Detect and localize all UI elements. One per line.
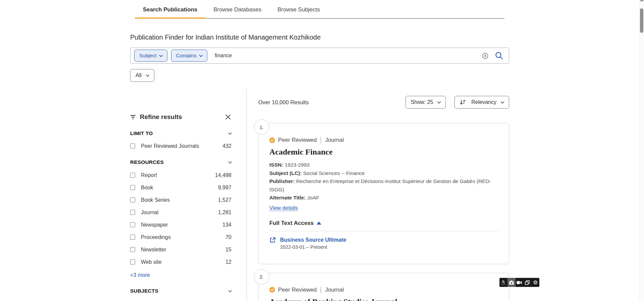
refine-results-header: Refine results — [130, 113, 231, 121]
filter-report[interactable]: Report 14,488 — [130, 172, 231, 179]
filter-label: Newsletter — [141, 247, 225, 253]
access-database-link[interactable]: Business Source Ultimate — [280, 237, 346, 243]
checkbox[interactable] — [130, 185, 135, 190]
close-icon[interactable] — [225, 114, 231, 120]
field-label: Subject (LC): — [269, 170, 302, 176]
result-number-badge: 2. — [254, 269, 269, 285]
tab-search-publications[interactable]: Search Publications — [135, 3, 206, 19]
filter-count: 432 — [222, 143, 231, 149]
filter-book-series[interactable]: Book Series 1,527 — [130, 196, 231, 203]
scope-row: All — [130, 69, 509, 82]
access-coverage-dates: 2022-03-01 – Present — [280, 244, 346, 250]
refine-results-sidebar: Refine results LIMIT TO Peer Reviewed Jo… — [130, 89, 231, 301]
sort-dropdown[interactable]: Relevancy — [454, 96, 509, 109]
filter-journal[interactable]: Journal 1,281 — [130, 209, 231, 216]
show-more-resources-link[interactable]: +3 more — [130, 272, 150, 278]
filter-newspaper[interactable]: Newspaper 134 — [130, 221, 231, 228]
section-subjects[interactable]: SUBJECTS — [130, 288, 231, 294]
show-per-page-label: Show: 25 — [411, 99, 433, 105]
filter-peer-reviewed-journals[interactable]: Peer Reviewed Journals 432 — [130, 142, 231, 149]
filter-count: 1,281 — [218, 209, 231, 216]
sort-descending-icon — [460, 99, 466, 105]
checkbox[interactable] — [130, 143, 135, 148]
column-divider — [247, 89, 247, 301]
search-input[interactable] — [211, 53, 482, 59]
checkbox[interactable] — [130, 222, 135, 227]
scrollbar-up-arrow[interactable] — [640, 0, 643, 1]
view-details-link[interactable]: View details — [269, 205, 298, 211]
filter-label: Journal — [141, 209, 218, 216]
checkbox[interactable] — [130, 259, 135, 264]
chevron-down-icon — [228, 160, 232, 164]
result-title[interactable]: Academy of Banking Studies Journal — [269, 297, 498, 301]
checkbox[interactable] — [130, 235, 135, 240]
result-title[interactable]: Academic Finance — [269, 147, 498, 157]
search-icon[interactable] — [495, 51, 503, 60]
field-issn: ISSN: 1923-2993 — [269, 161, 498, 169]
publication-type-label: Journal — [325, 137, 344, 143]
sort-label: Relevancy — [471, 99, 496, 105]
publication-finder-page: Search Publications Browse Databases Bro… — [130, 3, 509, 301]
record-video-icon[interactable] — [516, 278, 524, 287]
filter-count: 15 — [225, 247, 231, 253]
checkbox[interactable] — [130, 210, 135, 215]
full-text-access-toggle[interactable]: Full Text Access — [269, 220, 498, 227]
chevron-down-icon — [159, 53, 163, 57]
filter-count: 9,997 — [218, 185, 231, 191]
capture-options-icon[interactable] — [499, 278, 507, 287]
filter-count: 70 — [225, 234, 231, 240]
search-operator-dropdown[interactable]: Contains — [171, 50, 207, 62]
collapse-triangle-icon — [317, 222, 321, 225]
filter-label: Peer Reviewed Journals — [141, 143, 222, 149]
refine-results-title: Refine results — [140, 113, 182, 121]
filter-label: Web site — [141, 259, 225, 265]
field-alternate-title: Alternate Title: JoAF — [269, 194, 498, 202]
section-limit-to[interactable]: LIMIT TO — [130, 130, 231, 136]
badge-separator — [321, 287, 321, 293]
section-resources[interactable]: RESOURCES — [130, 159, 231, 165]
filter-label: Proceedings — [141, 234, 225, 240]
chevron-down-icon — [228, 131, 232, 135]
search-field-dropdown-label: Subject — [139, 53, 157, 59]
filter-proceedings[interactable]: Proceedings 70 — [130, 234, 231, 241]
filter-book[interactable]: Book 9,997 — [130, 184, 231, 191]
filter-count: 1,527 — [218, 197, 231, 203]
chevron-down-icon — [500, 100, 504, 104]
search-bar: Subject Contains — [130, 48, 509, 64]
checkbox[interactable] — [130, 247, 135, 252]
screen-capture-toolbar: ⚙ — [499, 278, 539, 287]
publication-type-label: Journal — [325, 287, 344, 293]
tab-browse-databases[interactable]: Browse Databases — [206, 3, 270, 18]
section-title: SUBJECTS — [130, 288, 158, 294]
screenshot-camera-icon[interactable] — [507, 278, 516, 287]
filter-web-site[interactable]: Web site 12 — [130, 258, 231, 265]
settings-gear-icon[interactable]: ⚙ — [531, 278, 539, 287]
search-field-dropdown[interactable]: Subject — [134, 50, 167, 62]
peer-reviewed-check-icon — [269, 137, 275, 143]
chevron-down-icon — [437, 100, 441, 104]
field-value: 1923-2993 — [285, 162, 310, 168]
peer-reviewed-label: Peer Reviewed — [278, 287, 317, 293]
show-per-page-dropdown[interactable]: Show: 25 — [406, 96, 446, 109]
scrollbar-thumb[interactable] — [640, 8, 643, 33]
field-label: ISSN: — [269, 162, 283, 168]
filter-newsletter[interactable]: Newsletter 15 — [130, 246, 231, 253]
checkbox[interactable] — [130, 197, 135, 202]
scope-dropdown[interactable]: All — [130, 69, 154, 82]
field-label: Alternate Title: — [269, 195, 306, 200]
chevron-down-icon — [199, 53, 203, 57]
peer-reviewed-label: Peer Reviewed — [278, 137, 317, 143]
filter-count: 14,488 — [215, 172, 231, 178]
results-count: Over 10,000 Results — [258, 99, 309, 106]
tab-browse-subjects[interactable]: Browse Subjects — [269, 3, 328, 18]
clear-search-icon[interactable] — [482, 53, 488, 59]
scrollbar[interactable] — [639, 0, 644, 301]
filter-count: 134 — [222, 222, 231, 228]
result-fields: ISSN: 1923-2993 Subject (LC): Social Sci… — [269, 161, 498, 202]
copy-windows-icon[interactable] — [523, 278, 531, 287]
peer-reviewed-check-icon — [269, 287, 275, 293]
scope-dropdown-label: All — [136, 72, 142, 78]
result-card-1: 1. Peer Reviewed Journal Academic Financ… — [258, 123, 509, 264]
checkbox[interactable] — [130, 173, 135, 178]
badge-separator — [321, 137, 321, 143]
